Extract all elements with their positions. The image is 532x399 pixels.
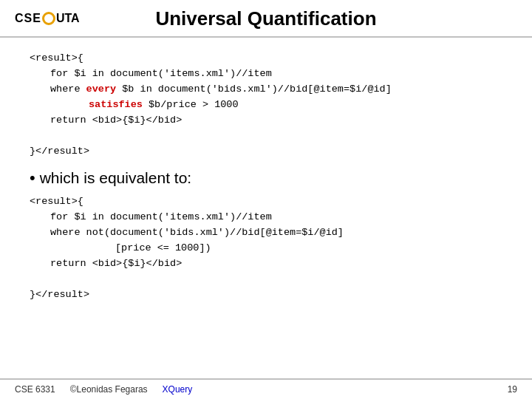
footer-left: CSE 6331 ©Leonidas Fegaras XQuery: [15, 384, 192, 395]
code-line-5: return <bid>{$i}</bid>: [30, 113, 502, 129]
footer-xquery-link[interactable]: XQuery: [163, 384, 193, 395]
code-line-4-rest: $b/price > 1000: [143, 99, 239, 110]
code2-line-6: }</result>: [30, 289, 89, 300]
code-line-1: <result>{: [30, 52, 83, 64]
code2-line-4: [price <= 1000]): [30, 241, 502, 256]
logo-cse: CSE: [15, 12, 41, 25]
code-line-6: }</result>: [30, 146, 89, 157]
code-block-1: <result>{ for $i in document('items.xml'…: [30, 51, 502, 159]
keyword-every: every: [86, 83, 117, 95]
code2-line-5: return <bid>{$i}</bid>: [30, 256, 502, 272]
page-title: Universal Quantification: [155, 7, 376, 30]
code-block-2: <result>{ for $i in document('items.xml'…: [30, 194, 502, 302]
main-content: <result>{ for $i in document('items.xml'…: [0, 38, 532, 315]
footer-author: ©Leonidas Fegaras: [70, 384, 148, 395]
code-line-4: satisfies $b/price > 1000: [30, 98, 502, 113]
code2-line-1: <result>{: [30, 196, 83, 207]
logo-uta: UTA: [56, 12, 80, 25]
header: CSEUTA Universal Quantification: [0, 0, 532, 38]
bullet-icon: •: [30, 170, 35, 186]
footer-page-number: 19: [508, 384, 517, 395]
logo-circle-icon: [42, 12, 55, 25]
code2-line-2: for $i in document('items.xml')//item: [30, 210, 502, 225]
bullet-section: • which is equivalent to:: [30, 169, 502, 187]
bullet-text: which is equivalent to:: [40, 169, 191, 187]
code-line-3-pre: where: [50, 83, 86, 95]
keyword-satisfies: satisfies: [89, 99, 143, 110]
footer-course: CSE 6331: [15, 384, 55, 395]
code-line-3-post: $b in document('bids.xml')//bid[@item=$i…: [116, 83, 392, 95]
logo: CSEUTA: [15, 12, 80, 25]
code-line-3: where every $b in document('bids.xml')//…: [30, 82, 502, 98]
code2-line-3: where not(document('bids.xml')//bid[@ite…: [30, 225, 502, 241]
code-line-2: for $i in document('items.xml')//item: [30, 66, 502, 82]
footer: CSE 6331 ©Leonidas Fegaras XQuery 19: [0, 378, 532, 399]
